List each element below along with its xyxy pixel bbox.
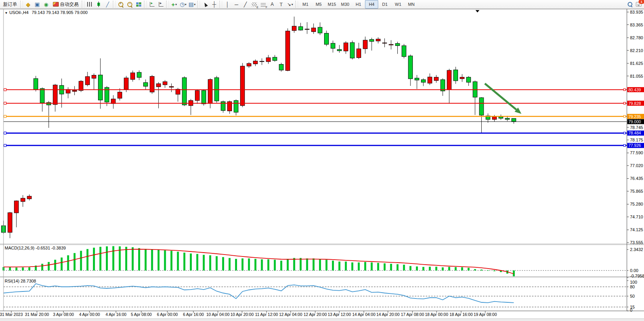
chat-icon[interactable]: 1 — [634, 0, 643, 9]
macd-histogram-bar — [22, 267, 24, 270]
toolbar-separator — [295, 1, 298, 8]
price-tick-label: 81.055 — [630, 74, 643, 79]
dropdown-caret-icon[interactable]: ▾ — [175, 3, 177, 6]
autotrading-button[interactable]: 自动交易 — [51, 0, 81, 9]
toolbar-separator — [20, 1, 23, 8]
line-handle[interactable] — [4, 132, 6, 134]
candle — [208, 79, 212, 103]
toolbar-separator — [197, 1, 200, 8]
chart-symbol-period: USOil-,H4 — [9, 10, 29, 15]
macd-histogram-bar — [48, 262, 50, 270]
candle — [72, 90, 77, 91]
price-tick-label: 74.710 — [630, 215, 643, 219]
terminal-icon[interactable]: ▣ — [33, 0, 42, 9]
time-tick-label: 31 Mar 2023 — [0, 312, 23, 317]
text-icon[interactable]: A — [268, 0, 277, 9]
line-handle[interactable] — [4, 89, 6, 91]
timeframe-button-M5[interactable]: M5 — [312, 0, 325, 9]
candle — [253, 61, 258, 64]
time-tick-label: 4 Apr 16:00 — [105, 312, 126, 317]
price-tick-label: 82.210 — [630, 48, 643, 53]
vertical-line-icon[interactable]: │ — [223, 0, 232, 9]
fibonacci-icon[interactable]: F — [259, 0, 268, 9]
bar-chart-icon[interactable] — [85, 0, 94, 9]
price-tick-label: 83.935 — [630, 10, 643, 14]
macd-histogram-bar — [197, 254, 198, 270]
candle — [27, 196, 32, 199]
rsi-axis-label: 80 — [630, 284, 635, 289]
candle — [370, 40, 374, 42]
timeframe-button-D1[interactable]: D1 — [378, 0, 391, 9]
line-handle[interactable] — [4, 102, 6, 105]
macd-histogram-bar — [170, 251, 172, 270]
dropdown-caret-icon[interactable]: ▾ — [194, 3, 196, 6]
price-tick-label: 74.125 — [630, 227, 643, 232]
rsi-axis-label: 0 — [630, 308, 632, 312]
line-handle[interactable] — [4, 115, 6, 118]
timeframe-button-M30[interactable]: M30 — [339, 0, 352, 9]
line-handle[interactable] — [624, 102, 626, 104]
rsi-name: RSI(14) — [5, 279, 19, 283]
timeframe-button-MN[interactable]: MN — [405, 0, 418, 9]
line-handle[interactable] — [624, 115, 626, 117]
timeframe-button-W1[interactable]: W1 — [391, 0, 405, 9]
macd-histogram-bar — [461, 267, 463, 270]
text-label-icon[interactable]: T — [277, 0, 286, 9]
candle — [118, 92, 122, 98]
timeframe-button-H1[interactable]: H1 — [352, 0, 365, 9]
candle — [492, 117, 497, 119]
horizontal-line-icon[interactable]: ─ — [232, 0, 241, 9]
line-chart-icon[interactable]: ╱ — [103, 0, 112, 9]
tile-windows-icon[interactable] — [134, 0, 143, 9]
timeframe-button-M1[interactable]: M1 — [299, 0, 312, 9]
crosshair-icon[interactable]: ┼ — [210, 0, 219, 9]
line-handle[interactable] — [624, 145, 626, 147]
time-tick-label: 11 Apr 12:00 — [255, 312, 278, 317]
time-tick-label: 3 Apr 08:00 — [53, 312, 74, 317]
macd-histogram-bar — [216, 256, 218, 270]
signals-icon[interactable]: ◉ — [42, 0, 51, 9]
price-tick-label: 83.365 — [630, 23, 643, 27]
candle — [98, 75, 103, 100]
dropdown-caret-icon[interactable]: ▾ — [291, 3, 293, 6]
new-order-button[interactable]: 新订单 — [1, 0, 19, 9]
macd-axis-label: -0.7958 — [630, 274, 644, 278]
candlestick-chart-icon[interactable] — [94, 0, 103, 9]
line-handle[interactable] — [4, 144, 6, 147]
timeframe-button-M15[interactable]: M15 — [325, 0, 339, 9]
indicators-icon[interactable]: +▾ — [170, 0, 179, 9]
macd-histogram-bar — [203, 255, 205, 270]
candle — [21, 198, 25, 202]
time-tick-label: 10 Apr 20:00 — [230, 312, 254, 317]
candle — [156, 84, 161, 87]
macd-histogram-bar — [9, 267, 11, 270]
candle — [260, 61, 264, 62]
chart-shift-icon[interactable] — [156, 0, 165, 9]
zoom-in-icon[interactable] — [116, 0, 125, 9]
candle — [428, 77, 432, 83]
history-center-icon[interactable]: ◆ — [24, 0, 33, 9]
candle — [421, 80, 426, 82]
macd-histogram-bar — [358, 262, 360, 270]
zoom-out-icon[interactable] — [125, 0, 134, 9]
equidistant-channel-icon[interactable]: E — [250, 0, 259, 9]
candle — [286, 31, 290, 71]
search-icon[interactable] — [625, 0, 634, 9]
macd-histogram-bar — [261, 259, 263, 270]
periods-icon[interactable]: ◷▾ — [179, 0, 188, 9]
cursor-icon[interactable] — [201, 0, 210, 9]
line-handle[interactable] — [624, 132, 626, 134]
chevron-down-icon[interactable]: ▼ — [5, 11, 8, 15]
auto-scroll-icon[interactable] — [147, 0, 156, 9]
line-handle[interactable] — [624, 89, 626, 91]
timeframe-button-H4[interactable]: H4 — [365, 0, 378, 9]
trendline-icon[interactable]: ╱ — [241, 0, 250, 9]
price-tag: 77.926 — [627, 143, 644, 148]
dropdown-caret-icon[interactable]: ▾ — [185, 3, 186, 6]
time-tick-label: 18 Apr 16:00 — [449, 312, 473, 317]
macd-axis-label: 0.00 — [630, 268, 638, 273]
time-tick-label: 12 Apr 04:00 — [279, 312, 302, 317]
arrows-icon[interactable]: ↘▾ — [286, 0, 295, 9]
macd-histogram-bar — [132, 247, 134, 270]
templates-icon[interactable]: ▤▾ — [188, 0, 197, 9]
